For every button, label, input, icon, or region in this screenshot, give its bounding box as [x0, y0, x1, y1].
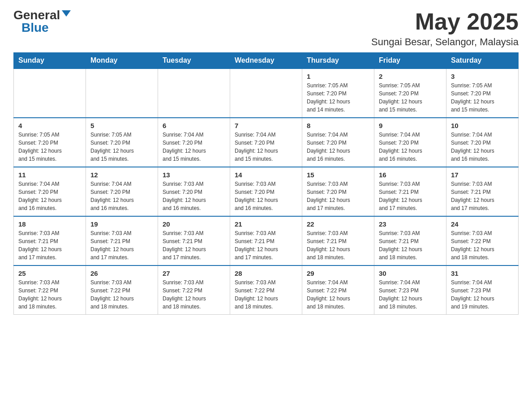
calendar-cell: 8Sunrise: 7:04 AMSunset: 7:20 PMDaylight…	[302, 118, 374, 167]
day-info: Sunrise: 7:03 AMSunset: 7:20 PMDaylight:…	[307, 180, 369, 212]
day-info: Sunrise: 7:03 AMSunset: 7:20 PMDaylight:…	[235, 180, 297, 212]
day-number: 14	[235, 171, 297, 179]
day-info: Sunrise: 7:04 AMSunset: 7:20 PMDaylight:…	[235, 131, 297, 163]
day-number: 3	[451, 73, 514, 80]
calendar-cell: 31Sunrise: 7:04 AMSunset: 7:23 PMDayligh…	[446, 265, 519, 315]
calendar-header-thursday: Thursday	[302, 53, 374, 69]
day-info: Sunrise: 7:03 AMSunset: 7:22 PMDaylight:…	[163, 278, 225, 311]
day-number: 18	[18, 220, 81, 228]
day-info: Sunrise: 7:04 AMSunset: 7:20 PMDaylight:…	[18, 180, 81, 212]
day-number: 7	[235, 122, 297, 129]
calendar-cell: 4Sunrise: 7:05 AMSunset: 7:20 PMDaylight…	[14, 118, 86, 167]
calendar-cell: 1Sunrise: 7:05 AMSunset: 7:20 PMDaylight…	[302, 68, 374, 118]
calendar-header-saturday: Saturday	[446, 53, 519, 69]
calendar-cell: 26Sunrise: 7:03 AMSunset: 7:22 PMDayligh…	[86, 265, 158, 315]
day-number: 8	[307, 122, 369, 129]
calendar-cell	[158, 68, 230, 118]
calendar-cell: 19Sunrise: 7:03 AMSunset: 7:21 PMDayligh…	[86, 216, 158, 265]
calendar-header-row: SundayMondayTuesdayWednesdayThursdayFrid…	[14, 53, 519, 69]
calendar-cell	[230, 68, 302, 118]
calendar-cell: 25Sunrise: 7:03 AMSunset: 7:22 PMDayligh…	[14, 265, 86, 315]
calendar-header-sunday: Sunday	[14, 53, 86, 69]
calendar-table: SundayMondayTuesdayWednesdayThursdayFrid…	[13, 52, 519, 315]
day-number: 24	[451, 220, 514, 228]
calendar-cell: 6Sunrise: 7:04 AMSunset: 7:20 PMDaylight…	[158, 118, 230, 167]
day-info: Sunrise: 7:05 AMSunset: 7:20 PMDaylight:…	[451, 81, 514, 114]
calendar-cell: 30Sunrise: 7:04 AMSunset: 7:23 PMDayligh…	[374, 265, 446, 315]
calendar-cell: 13Sunrise: 7:03 AMSunset: 7:20 PMDayligh…	[158, 167, 230, 216]
logo-triangle-icon	[62, 10, 71, 17]
day-number: 10	[451, 122, 514, 129]
calendar-header-monday: Monday	[86, 53, 158, 69]
day-info: Sunrise: 7:04 AMSunset: 7:23 PMDaylight:…	[451, 278, 514, 311]
day-number: 15	[307, 171, 369, 179]
month-title: May 2025	[371, 9, 519, 34]
calendar-cell: 16Sunrise: 7:03 AMSunset: 7:21 PMDayligh…	[374, 167, 446, 216]
day-info: Sunrise: 7:03 AMSunset: 7:20 PMDaylight:…	[163, 180, 225, 212]
calendar-cell: 12Sunrise: 7:04 AMSunset: 7:20 PMDayligh…	[86, 167, 158, 216]
day-number: 1	[307, 73, 369, 80]
day-number: 13	[163, 171, 225, 179]
calendar-cell: 24Sunrise: 7:03 AMSunset: 7:22 PMDayligh…	[446, 216, 519, 265]
week-row-2: 4Sunrise: 7:05 AMSunset: 7:20 PMDaylight…	[14, 118, 519, 167]
calendar-cell: 18Sunrise: 7:03 AMSunset: 7:21 PMDayligh…	[14, 216, 86, 265]
title-section: May 2025 Sungai Besar, Selangor, Malaysi…	[371, 9, 519, 48]
calendar-cell: 21Sunrise: 7:03 AMSunset: 7:21 PMDayligh…	[230, 216, 302, 265]
day-number: 5	[90, 122, 153, 129]
calendar-cell: 9Sunrise: 7:04 AMSunset: 7:20 PMDaylight…	[374, 118, 446, 167]
day-info: Sunrise: 7:04 AMSunset: 7:23 PMDaylight:…	[379, 278, 442, 311]
location-title: Sungai Besar, Selangor, Malaysia	[371, 36, 519, 48]
day-info: Sunrise: 7:03 AMSunset: 7:21 PMDaylight:…	[379, 180, 442, 212]
day-number: 4	[18, 122, 81, 129]
calendar-cell: 3Sunrise: 7:05 AMSunset: 7:20 PMDaylight…	[446, 68, 519, 118]
day-info: Sunrise: 7:04 AMSunset: 7:20 PMDaylight:…	[307, 131, 369, 163]
calendar-cell: 15Sunrise: 7:03 AMSunset: 7:20 PMDayligh…	[302, 167, 374, 216]
day-info: Sunrise: 7:05 AMSunset: 7:20 PMDaylight:…	[307, 81, 369, 114]
calendar-cell: 22Sunrise: 7:03 AMSunset: 7:21 PMDayligh…	[302, 216, 374, 265]
day-number: 6	[163, 122, 225, 129]
calendar-cell: 11Sunrise: 7:04 AMSunset: 7:20 PMDayligh…	[14, 167, 86, 216]
calendar-cell: 23Sunrise: 7:03 AMSunset: 7:21 PMDayligh…	[374, 216, 446, 265]
day-number: 26	[90, 270, 153, 277]
logo-blue-text: Blue	[21, 21, 49, 34]
day-info: Sunrise: 7:03 AMSunset: 7:22 PMDaylight:…	[235, 278, 297, 311]
day-number: 22	[307, 220, 369, 228]
day-info: Sunrise: 7:04 AMSunset: 7:20 PMDaylight:…	[451, 131, 514, 163]
day-number: 17	[451, 171, 514, 179]
day-number: 21	[235, 220, 297, 228]
page-header: General Blue May 2025 Sungai Besar, Sela…	[13, 9, 519, 48]
day-info: Sunrise: 7:04 AMSunset: 7:20 PMDaylight:…	[163, 131, 225, 163]
logo-general-text: General	[13, 9, 60, 21]
day-info: Sunrise: 7:03 AMSunset: 7:21 PMDaylight:…	[307, 229, 369, 261]
day-info: Sunrise: 7:03 AMSunset: 7:21 PMDaylight:…	[451, 180, 514, 212]
calendar-cell: 17Sunrise: 7:03 AMSunset: 7:21 PMDayligh…	[446, 167, 519, 216]
day-info: Sunrise: 7:03 AMSunset: 7:21 PMDaylight:…	[379, 229, 442, 261]
week-row-1: 1Sunrise: 7:05 AMSunset: 7:20 PMDaylight…	[14, 68, 519, 118]
day-info: Sunrise: 7:03 AMSunset: 7:21 PMDaylight:…	[163, 229, 225, 261]
day-info: Sunrise: 7:04 AMSunset: 7:20 PMDaylight:…	[90, 180, 153, 212]
week-row-3: 11Sunrise: 7:04 AMSunset: 7:20 PMDayligh…	[14, 167, 519, 216]
day-number: 2	[379, 73, 442, 80]
day-info: Sunrise: 7:05 AMSunset: 7:20 PMDaylight:…	[379, 81, 442, 114]
day-number: 29	[307, 270, 369, 277]
day-number: 27	[163, 270, 225, 277]
day-info: Sunrise: 7:05 AMSunset: 7:20 PMDaylight:…	[90, 131, 153, 163]
day-number: 11	[18, 171, 81, 179]
day-number: 28	[235, 270, 297, 277]
calendar-cell: 29Sunrise: 7:04 AMSunset: 7:22 PMDayligh…	[302, 265, 374, 315]
calendar-cell: 7Sunrise: 7:04 AMSunset: 7:20 PMDaylight…	[230, 118, 302, 167]
day-number: 30	[379, 270, 442, 277]
day-number: 16	[379, 171, 442, 179]
calendar-cell: 28Sunrise: 7:03 AMSunset: 7:22 PMDayligh…	[230, 265, 302, 315]
calendar-header-tuesday: Tuesday	[158, 53, 230, 69]
week-row-5: 25Sunrise: 7:03 AMSunset: 7:22 PMDayligh…	[14, 265, 519, 315]
day-number: 12	[90, 171, 153, 179]
calendar-cell	[14, 68, 86, 118]
day-number: 9	[379, 122, 442, 129]
calendar-cell: 27Sunrise: 7:03 AMSunset: 7:22 PMDayligh…	[158, 265, 230, 315]
calendar-cell	[86, 68, 158, 118]
day-info: Sunrise: 7:04 AMSunset: 7:22 PMDaylight:…	[307, 278, 369, 311]
day-info: Sunrise: 7:03 AMSunset: 7:21 PMDaylight:…	[90, 229, 153, 261]
day-number: 20	[163, 220, 225, 228]
day-info: Sunrise: 7:05 AMSunset: 7:20 PMDaylight:…	[18, 131, 81, 163]
